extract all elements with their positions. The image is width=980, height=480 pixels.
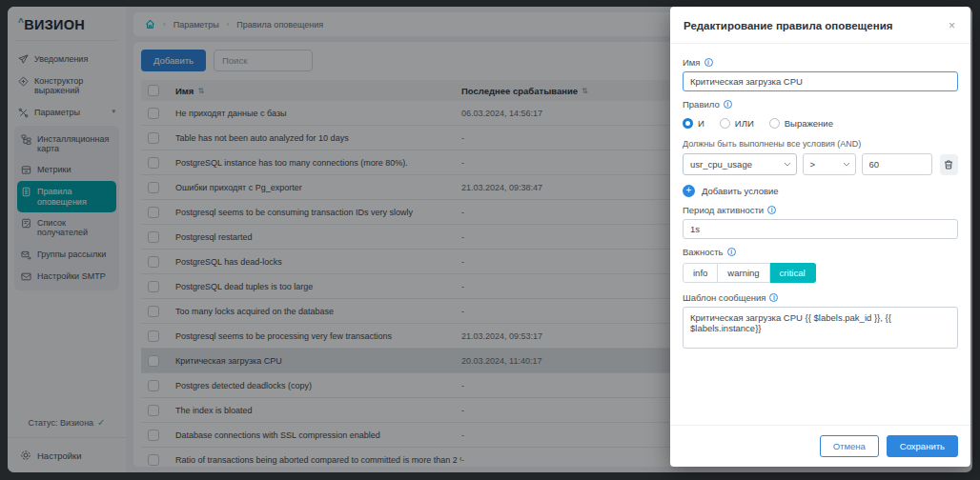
severity-option-info[interactable]: info <box>683 263 718 283</box>
severity-option-critical[interactable]: critical <box>770 263 816 283</box>
chevron-down-icon <box>843 162 850 167</box>
period-field-label: Период активности i <box>683 205 958 215</box>
add-condition-button[interactable]: + Добавить условие <box>683 185 958 197</box>
threshold-input[interactable] <box>862 153 932 175</box>
modal-header: Редактирование правила оповещения × <box>670 7 970 44</box>
radio-option-expression[interactable]: Выражение <box>769 118 833 129</box>
edit-alert-rule-modal: Редактирование правила оповещения × Имя … <box>670 7 970 467</box>
radio-unselected <box>720 118 730 129</box>
info-icon[interactable]: i <box>769 293 778 302</box>
rule-type-radio-group: И ИЛИ Выражение <box>683 118 958 129</box>
active-period-input[interactable] <box>683 219 958 239</box>
info-icon[interactable]: i <box>767 206 776 214</box>
metric-select[interactable]: usr_cpu_usage <box>683 153 797 175</box>
close-icon[interactable]: × <box>947 18 957 33</box>
rule-field-label: Правило i <box>683 99 958 110</box>
chevron-down-icon <box>784 162 791 167</box>
condition-row: usr_cpu_usage > <box>683 153 958 175</box>
info-icon[interactable]: i <box>724 100 732 109</box>
modal-footer: Отмена Сохранить <box>670 425 970 467</box>
severity-field-label: Важность i <box>683 247 958 257</box>
conditions-hint: Должны быть выполнены все условия (AND) <box>683 139 958 149</box>
message-template-textarea[interactable]: Критическая загрузка CPU {{ $labels.pak_… <box>683 307 958 349</box>
save-button[interactable]: Сохранить <box>887 435 958 457</box>
modal-title: Редактирование правила оповещения <box>684 20 892 31</box>
trash-icon <box>943 159 954 170</box>
template-field-label: Шаблон сообщения i <box>683 292 958 303</box>
cancel-button[interactable]: Отмена <box>820 435 879 457</box>
info-icon[interactable]: i <box>704 58 713 67</box>
radio-option-and[interactable]: И <box>683 118 704 129</box>
severity-option-warning[interactable]: warning <box>718 263 769 283</box>
radio-selected <box>683 118 693 129</box>
severity-segmented-control: info warning critical <box>683 263 958 283</box>
info-icon[interactable]: i <box>727 248 736 256</box>
modal-body: Имя i Правило i И ИЛИ Выражение Должны б… <box>670 44 970 425</box>
operator-select[interactable]: > <box>803 153 856 175</box>
rule-name-input[interactable] <box>683 71 958 91</box>
delete-condition-button[interactable] <box>940 154 958 175</box>
radio-unselected <box>769 118 780 129</box>
name-field-label: Имя i <box>683 57 958 68</box>
radio-option-or[interactable]: ИЛИ <box>720 118 754 129</box>
plus-icon: + <box>683 185 695 197</box>
